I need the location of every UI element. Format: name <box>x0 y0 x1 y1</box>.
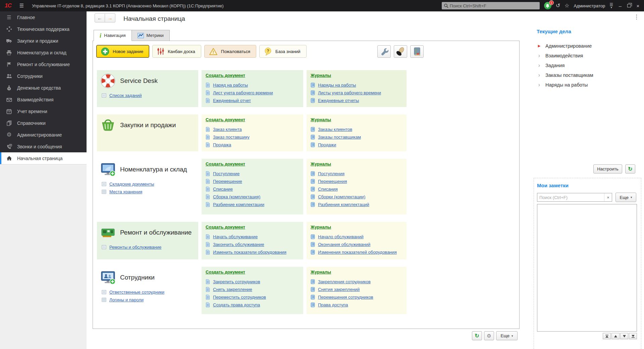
journal-link[interactable]: Изменения показателей оборудования <box>318 250 397 255</box>
create-document-link[interactable]: Начать обслуживание <box>213 234 258 239</box>
journal-link[interactable]: Листы учета рабочего времени <box>318 90 381 95</box>
sidebar-item-printer[interactable]: Номенклатура и склад <box>0 47 87 58</box>
journals-header[interactable]: Журналы <box>311 161 402 166</box>
move-up-button[interactable] <box>611 333 620 339</box>
create-document-link[interactable]: Продажа <box>213 142 231 147</box>
journals-header[interactable]: Журналы <box>311 225 402 230</box>
journal-link[interactable]: Снятия закреплений <box>318 287 360 292</box>
journal-link[interactable]: Разбиения комплектаций <box>318 202 369 207</box>
create-document-link[interactable]: Изменить показатели оборудования <box>213 250 286 255</box>
journal-link[interactable]: Окончания обслуживаний <box>318 242 370 247</box>
notifications-button[interactable]: 1 <box>544 2 551 9</box>
create-document-link[interactable]: Заказ клиента <box>213 127 242 132</box>
create-document-header[interactable]: Создать документ <box>206 161 299 166</box>
clear-search-icon[interactable]: × <box>604 193 612 201</box>
create-document-link[interactable]: Ежедневный отчет <box>213 98 251 103</box>
tab-info[interactable]: iНавигация <box>94 30 132 41</box>
journal-link[interactable]: Списания <box>318 187 338 192</box>
sidebar-item-home[interactable]: Начальная страница <box>0 152 87 164</box>
todo-item[interactable]: ▶Администрирование <box>537 41 593 51</box>
todo-refresh-button[interactable]: ↻ <box>625 164 635 173</box>
section-side-link[interactable]: Список заданий <box>109 93 142 98</box>
move-bottom-button[interactable] <box>629 333 637 339</box>
create-document-link[interactable]: Списание <box>213 187 233 192</box>
create-document-header[interactable]: Создать документ <box>206 269 299 275</box>
notes-more-button[interactable]: Еще▾ <box>615 193 636 202</box>
create-document-link[interactable]: Разбиение комплектации <box>213 202 264 207</box>
refresh-button[interactable]: ↻ <box>472 331 482 340</box>
create-document-link[interactable]: Закрепить сотрудников <box>213 279 260 284</box>
journal-link[interactable]: Заказы клиентов <box>318 127 352 132</box>
journals-header[interactable]: Журналы <box>311 269 402 275</box>
create-document-link[interactable]: Переместить сотрудников <box>213 295 266 300</box>
create-document-link[interactable]: Лист учета рабочего времени <box>213 90 273 95</box>
sidebar-item-menu[interactable]: ☰Главное <box>0 11 87 23</box>
section-side-link[interactable]: Ремонты и обслуживание <box>109 245 161 250</box>
journal-link[interactable]: Начало обслуживаний <box>318 234 364 239</box>
create-document-link[interactable]: Перемещение <box>213 179 242 184</box>
journals-header[interactable]: Журналы <box>311 73 402 78</box>
sidebar-item-people[interactable]: Сотрудники <box>0 70 87 82</box>
wrench-tool-button[interactable] <box>377 45 391 58</box>
notes-search-input[interactable] <box>537 193 604 201</box>
minimize-button[interactable]: – <box>618 3 623 8</box>
journal-link[interactable]: Права доступа <box>318 302 348 307</box>
forward-button[interactable]: → <box>105 13 115 22</box>
close-button[interactable]: × <box>635 3 641 8</box>
journal-link[interactable]: Наряды на работы <box>318 83 356 88</box>
create-document-link[interactable]: Создать права доступа <box>213 302 260 307</box>
kebab-menu-icon[interactable]: ⋮ <box>634 13 639 20</box>
book3d-tool-button[interactable] <box>410 45 424 58</box>
sidebar-item-support[interactable]: Техническая поддержка <box>0 23 87 35</box>
global-search[interactable] <box>442 2 540 9</box>
journal-link[interactable]: Заказы поставщикам <box>318 135 361 140</box>
sidebar-item-phone[interactable]: Звонки и сообщения <box>0 141 87 152</box>
move-down-button[interactable] <box>620 333 628 339</box>
sidebar-item-money[interactable]: sДенежные средства <box>0 82 87 94</box>
back-button[interactable]: ← <box>95 13 105 22</box>
section-side-link[interactable]: Логины и пароли <box>109 297 144 302</box>
journal-link[interactable]: Закрепления сотрудников <box>318 279 371 284</box>
sidebar-item-gear[interactable]: ⚙Администрирование <box>0 129 87 141</box>
journals-header[interactable]: Журналы <box>311 117 402 122</box>
journal-link[interactable]: Перемещения сотрудников <box>318 295 373 300</box>
sidebar-item-truck[interactable]: Закупки и продажи <box>0 35 87 47</box>
history-icon[interactable]: ↺ <box>556 3 560 8</box>
create-document-header[interactable]: Создать документ <box>206 117 299 122</box>
todo-item[interactable]: ›Наряды на работы <box>537 80 593 90</box>
create-document-link[interactable]: Сборка (комплектация) <box>213 194 260 199</box>
configure-button[interactable]: Настроить <box>593 164 622 173</box>
global-search-input[interactable] <box>450 3 538 8</box>
todo-item[interactable]: ›Взаимодействия <box>537 51 593 60</box>
sidebar-item-mail[interactable]: Взаимодействия <box>0 94 87 105</box>
journal-link[interactable]: Продажи <box>318 142 336 147</box>
notes-search[interactable]: × <box>537 193 612 202</box>
section-side-link[interactable]: Места хранения <box>109 189 142 194</box>
settings-gear-button[interactable]: ⚙ <box>484 331 494 340</box>
create-document-link[interactable]: Заказ поставщику <box>213 135 250 140</box>
sidebar-item-flag[interactable]: Ремонт и обслуживание <box>0 58 87 70</box>
warning-toolbar-button[interactable]: !Пожаловаться <box>204 45 256 58</box>
section-side-link[interactable]: Складские документы <box>109 182 154 187</box>
restore-button[interactable] <box>627 4 631 7</box>
journal-link[interactable]: Сборки (комплектации) <box>318 194 365 199</box>
stamp-tool-button[interactable] <box>394 45 407 58</box>
create-document-header[interactable]: Создать документ <box>206 73 299 78</box>
sidebar-item-books[interactable]: Справочники <box>0 117 87 129</box>
todo-item[interactable]: ›Задания <box>537 60 593 70</box>
service-menu-icon[interactable]: ☰▼ <box>609 3 613 9</box>
sidebar-item-calendar[interactable]: 7Учет времени <box>0 105 87 117</box>
more-button[interactable]: Еще▾ <box>496 331 518 340</box>
create-document-link[interactable]: Снять закрепление <box>213 287 252 292</box>
kanban-toolbar-button[interactable]: Канбан доска <box>152 45 201 58</box>
favorites-star-icon[interactable]: ☆ <box>565 3 569 8</box>
section-side-link[interactable]: Ответственные сотрудники <box>109 290 164 295</box>
journal-link[interactable]: Перемещения <box>318 179 347 184</box>
create-document-link[interactable]: Наряд на работы <box>213 83 248 88</box>
move-top-button[interactable] <box>603 333 611 339</box>
main-menu-icon[interactable]: ☰ <box>19 3 24 9</box>
plus-circle-toolbar-button[interactable]: Новое задание <box>96 45 149 58</box>
journal-link[interactable]: Поступления <box>318 171 344 176</box>
notes-list[interactable] <box>537 204 637 332</box>
todo-item[interactable]: ›Заказы поставщикам <box>537 70 593 80</box>
